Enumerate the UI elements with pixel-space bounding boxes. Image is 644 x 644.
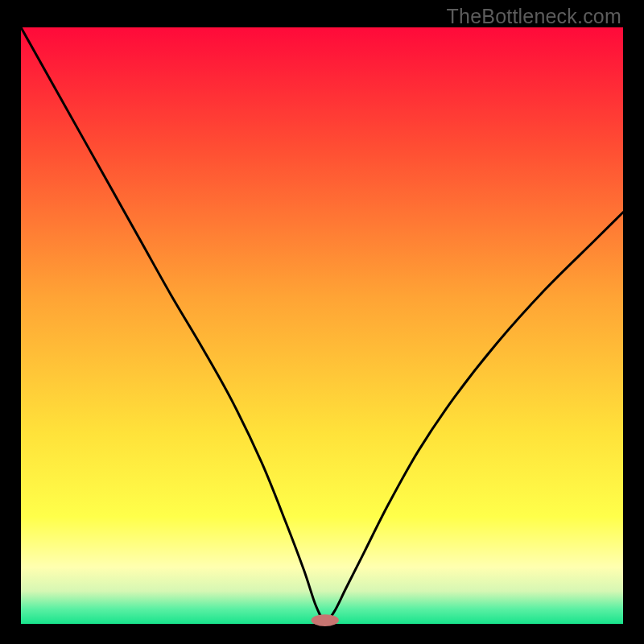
optimum-marker [312, 614, 339, 626]
chart-frame: TheBottleneck.com [0, 0, 644, 644]
watermark-text: TheBottleneck.com [447, 5, 621, 28]
plot-background [21, 27, 623, 624]
bottleneck-chart [0, 0, 644, 644]
